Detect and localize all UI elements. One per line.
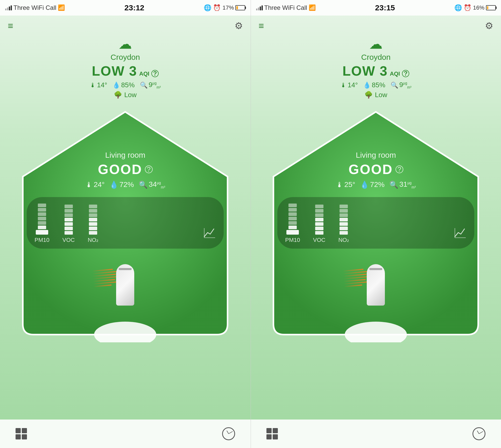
no2-label-left: NO₂ bbox=[88, 237, 98, 243]
grid-cell-r bbox=[273, 434, 278, 439]
location-left: Croydon bbox=[111, 53, 140, 62]
time-left: 23:12 bbox=[124, 3, 144, 12]
grid-cell bbox=[16, 428, 21, 433]
bar-seg bbox=[288, 221, 297, 225]
bar-seg bbox=[340, 209, 348, 213]
ray-7r bbox=[344, 284, 362, 287]
indoor-therm-left: 🌡 bbox=[85, 180, 93, 189]
temp-value-right: 14° bbox=[348, 81, 358, 89]
indoor-pm-left: 🔍 34µgm³ bbox=[139, 180, 165, 189]
indoor-temp-val-left: 24° bbox=[94, 180, 104, 189]
pollen-value-right: Low bbox=[375, 91, 387, 99]
indoor-pm-val-left: 34µgm³ bbox=[149, 180, 165, 189]
clock-nav-button-left[interactable] bbox=[222, 427, 235, 440]
grid-cell-r bbox=[266, 428, 272, 433]
no2-bar-right: NO₂ bbox=[338, 204, 349, 243]
bar-seg bbox=[65, 209, 73, 213]
quality-help-right[interactable]: ? bbox=[396, 165, 403, 173]
purifier-area-left bbox=[116, 254, 134, 306]
pm-icon-right: 🔍 bbox=[391, 82, 398, 89]
house-content-left: Living room GOOD ? 🌡 24° 💧 72% 🔍 bbox=[12, 104, 238, 306]
indoor-hum-val-right: 72% bbox=[370, 180, 385, 189]
bar-seg bbox=[315, 205, 323, 208]
carrier-right: Three WiFi Call bbox=[264, 4, 307, 11]
alarm-icon: ⏰ bbox=[213, 4, 221, 11]
hamburger-button-right[interactable]: ≡ bbox=[259, 21, 264, 31]
bar-seg bbox=[65, 205, 73, 208]
battery-icon-left bbox=[235, 5, 245, 10]
world-icon-right: 🌐 bbox=[454, 4, 462, 11]
clock-min-hand-r bbox=[479, 431, 483, 434]
ray-5 bbox=[93, 279, 115, 282]
purifier-area-right bbox=[367, 254, 385, 306]
temp-stat-left: 🌡 14° bbox=[90, 81, 107, 89]
quality-help-left[interactable]: ? bbox=[145, 165, 153, 173]
grid-cell bbox=[22, 428, 27, 433]
aqi-help-left[interactable]: ? bbox=[151, 70, 159, 77]
indoor-pm-val-right: 31µgm³ bbox=[399, 180, 416, 189]
indoor-temp-left: 🌡 24° bbox=[85, 180, 104, 189]
grid-nav-button-left[interactable] bbox=[16, 428, 27, 439]
wifi-icon: 📶 bbox=[58, 4, 65, 11]
indoor-pm-icon-left: 🔍 bbox=[139, 180, 148, 189]
voc-label-right: VOC bbox=[313, 237, 326, 243]
quality-label-left: GOOD bbox=[98, 162, 142, 177]
alarm-icon-right: ⏰ bbox=[464, 4, 471, 11]
hamburger-button-left[interactable]: ≡ bbox=[8, 21, 13, 31]
sensor-panel-left: PM10 bbox=[27, 197, 224, 249]
status-right-right: 🌐 ⏰ 16% bbox=[454, 4, 496, 11]
humidity-stat-left: 💧 85% bbox=[112, 81, 135, 89]
pollen-icon-right: 🌳 bbox=[364, 91, 373, 99]
purifier-detail bbox=[119, 268, 132, 270]
grid-nav-button-right[interactable] bbox=[266, 428, 278, 439]
signal-icon-right bbox=[256, 5, 263, 10]
indoor-pm-right: 🔍 31µgm³ bbox=[389, 180, 416, 189]
aqi-label-left: AQI bbox=[139, 70, 149, 77]
aqi-row-left: LOW 3 AQI ? bbox=[92, 63, 159, 79]
clock-nav-button-right[interactable] bbox=[472, 427, 485, 440]
chart-button-right[interactable] bbox=[454, 227, 467, 241]
ray-6r bbox=[344, 281, 369, 284]
quality-row-right: GOOD ? bbox=[349, 162, 403, 177]
purifier-body-right bbox=[367, 264, 385, 306]
bar-seg bbox=[315, 231, 323, 235]
gear-button-left[interactable]: ⚙ bbox=[235, 20, 243, 31]
sensor-bars-left: PM10 bbox=[34, 204, 98, 243]
nav-bar-left: ≡ ⚙ bbox=[0, 16, 251, 36]
bar-seg bbox=[340, 213, 348, 217]
pollen-row-left: 🌳 Low bbox=[114, 91, 137, 99]
status-bar-right: Three WiFi Call 📶 23:15 🌐 ⏰ 16% bbox=[251, 0, 501, 16]
clock-icon-right bbox=[472, 427, 485, 440]
pm-value-right: 9µgm³ bbox=[399, 81, 412, 89]
gear-button-right[interactable]: ⚙ bbox=[485, 20, 493, 31]
voc-stack-right bbox=[315, 204, 323, 235]
house-shape-left: Living room GOOD ? 🌡 24° 💧 72% 🔍 bbox=[12, 104, 238, 342]
temp-stat-right: 🌡 14° bbox=[340, 81, 358, 89]
no2-stack-left bbox=[89, 204, 97, 235]
ray-3r bbox=[343, 274, 366, 277]
sensor-panel-right: PM10 bbox=[277, 197, 474, 249]
cloud-icon-right: ☁ bbox=[369, 36, 383, 52]
weather-section-right: ☁ Croydon LOW 3 AQI ? 🌡 14° 💧 85% 🔍 9µgm… bbox=[251, 36, 501, 102]
bar-seg bbox=[89, 218, 97, 221]
no2-bar-left: NO₂ bbox=[88, 204, 98, 243]
chart-button-left[interactable] bbox=[203, 227, 216, 241]
aqi-value-right: LOW 3 bbox=[342, 63, 388, 79]
ray-6 bbox=[93, 281, 118, 284]
grid-cell-r bbox=[266, 434, 272, 439]
clock-min-hand bbox=[228, 431, 233, 434]
drop-icon-right: 💧 bbox=[363, 82, 371, 89]
time-right: 23:15 bbox=[375, 3, 395, 12]
pm10-bar-left: PM10 bbox=[34, 204, 49, 243]
bar-seg bbox=[38, 217, 46, 220]
ray-3 bbox=[93, 274, 116, 277]
bar-seg bbox=[288, 208, 297, 212]
bar-seg bbox=[65, 213, 73, 217]
battery-percent-right: 16% bbox=[473, 4, 484, 11]
bottom-nav-left bbox=[0, 420, 251, 448]
humidity-stat-right: 💧 85% bbox=[363, 81, 385, 89]
aqi-help-right[interactable]: ? bbox=[402, 70, 409, 77]
bar-seg bbox=[89, 231, 97, 235]
bar-seg bbox=[340, 231, 348, 235]
right-phone-panel: Three WiFi Call 📶 23:15 🌐 ⏰ 16% ≡ ⚙ ☁ Cr… bbox=[251, 0, 501, 448]
